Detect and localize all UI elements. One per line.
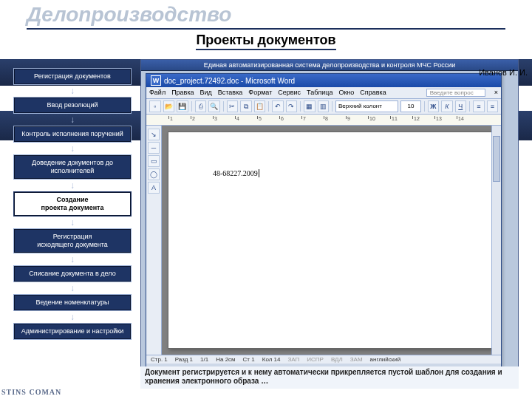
save-icon[interactable]: 💾	[177, 100, 188, 112]
sidebar-item-resolutions[interactable]: Ввод резолюций	[13, 97, 132, 114]
title-rule	[27, 28, 505, 30]
menu-file[interactable]: Файл	[149, 89, 166, 97]
menu-view[interactable]: Вид	[200, 89, 212, 97]
word-toolbar: ▫ 📂 💾 ⎙ 🔍 ✂ ⧉ 📋 ↶ ↷ ▦ ▥ Верхний колонт 1…	[146, 99, 501, 115]
menu-format[interactable]: Формат	[248, 89, 272, 97]
status-section: Разд 1	[175, 356, 193, 363]
word-icon: W	[151, 75, 161, 86]
scrollbar-thumb[interactable]	[493, 136, 500, 182]
underline-button[interactable]: Ч	[455, 100, 467, 112]
document-text: 48-68227.2009	[213, 169, 259, 177]
caption-text: Документ регистрируется и к нему автомат…	[140, 366, 519, 389]
vertical-scrollbar[interactable]	[491, 126, 501, 355]
menu-insert[interactable]: Вставка	[218, 89, 242, 97]
sidebar-item-nomenclature[interactable]: Ведение номенклатуры	[13, 294, 132, 311]
word-window: W doc_project.72492.doc - Microsoft Word…	[146, 73, 502, 367]
page-title: Делопроизводство	[0, 0, 532, 27]
status-trk: ИСПР	[307, 356, 324, 363]
italic-button[interactable]: К	[441, 100, 453, 112]
open-icon[interactable]: 📂	[163, 100, 175, 112]
redo-icon[interactable]: ↷	[286, 100, 298, 112]
menu-window[interactable]: Окно	[338, 89, 354, 97]
preview-icon[interactable]: 🔍	[208, 100, 220, 112]
horizontal-ruler[interactable]: 1 2 3 4 5 6 7 8 9 10 11 12 13 14	[146, 115, 501, 126]
word-menubar: Файл Правка Вид Вставка Формат Сервис Та…	[146, 87, 501, 99]
user-label: Иванов И. И.	[479, 68, 528, 77]
sidebar-item-file[interactable]: Списание документа в дело	[13, 265, 132, 282]
arrow-down-icon: ↓	[13, 282, 132, 294]
menu-table[interactable]: Таблица	[307, 89, 332, 97]
word-title: doc_project.72492.doc - Microsoft Word	[164, 77, 295, 85]
arrow-down-icon: ↓	[13, 85, 132, 97]
status-col: Кол 14	[262, 356, 281, 363]
word-titlebar: W doc_project.72492.doc - Microsoft Word	[146, 74, 501, 87]
arrow-down-icon: ↓	[13, 114, 132, 126]
style-selector[interactable]: Верхний колонт	[335, 100, 398, 112]
vertical-toolbar: ↘ ─ ▭ ◯ A	[146, 126, 162, 355]
print-icon[interactable]: ⎙	[195, 100, 207, 112]
align-left-icon[interactable]: ≡	[473, 100, 485, 112]
undo-icon[interactable]: ↶	[272, 100, 284, 112]
footer-logo: STINS COMAN	[1, 388, 61, 396]
sidebar-item-control[interactable]: Контроль исполнения поручений	[13, 126, 132, 143]
document-area: ↘ ─ ▭ ◯ A 48-68227.2009	[146, 126, 501, 355]
status-ovr: ЗАМ	[350, 356, 363, 363]
draw-arrow-icon[interactable]: ↘	[148, 129, 160, 140]
sidebar-item-register[interactable]: Регистрация документов	[13, 68, 132, 85]
workflow-sidebar: Регистрация документов ↓ Ввод резолюций …	[13, 68, 132, 340]
sidebar-item-register-outgoing[interactable]: Регистрация исходящего документа	[13, 228, 132, 253]
slide-caption: Документ регистрируется и к нему автомат…	[140, 366, 519, 389]
status-at: На 2см	[216, 356, 235, 363]
table-icon[interactable]: ▦	[304, 100, 316, 112]
menu-help[interactable]: Справка	[360, 89, 386, 97]
status-rec: ЗАП	[287, 356, 299, 363]
arrow-down-icon: ↓	[13, 311, 132, 323]
paste-icon[interactable]: 📋	[254, 100, 266, 112]
arrow-down-icon: ↓	[13, 253, 132, 265]
status-ext: ВДЛ	[331, 356, 343, 363]
system-header: Единая автоматизированная система делопр…	[141, 60, 518, 71]
draw-text-icon[interactable]: A	[148, 182, 160, 194]
draw-line-icon[interactable]: ─	[148, 142, 160, 154]
help-question-input[interactable]: Введите вопрос	[426, 89, 485, 97]
sidebar-item-create-project[interactable]: Создание проекта документа	[13, 191, 132, 216]
draw-rect-icon[interactable]: ▭	[148, 155, 160, 167]
copy-icon[interactable]: ⧉	[240, 100, 252, 112]
arrow-down-icon: ↓	[13, 216, 132, 228]
menu-tools[interactable]: Сервис	[278, 89, 301, 97]
status-lang: английский	[370, 356, 401, 363]
new-doc-icon[interactable]: ▫	[149, 100, 161, 112]
status-pages: 1/1	[200, 356, 208, 363]
status-line: Ст 1	[243, 356, 255, 363]
menu-edit[interactable]: Правка	[171, 89, 194, 97]
word-statusbar: Стр. 1 Разд 1 1/1 На 2см Ст 1 Кол 14 ЗАП…	[146, 355, 501, 364]
app-window: Единая автоматизированная система делопр…	[140, 59, 519, 371]
arrow-down-icon: ↓	[13, 143, 132, 154]
page-subtitle: Проекты документов	[196, 33, 335, 50]
align-center-icon[interactable]: ≡	[487, 100, 499, 112]
bold-button[interactable]: Ж	[428, 100, 440, 112]
status-page: Стр. 1	[151, 356, 168, 363]
document-page[interactable]: 48-68227.2009	[168, 132, 495, 349]
cut-icon[interactable]: ✂	[227, 100, 239, 112]
sidebar-item-admin[interactable]: Администрирование и настройки	[13, 323, 132, 340]
arrow-down-icon: ↓	[13, 180, 132, 191]
close-menu-icon[interactable]: ×	[494, 89, 498, 97]
draw-oval-icon[interactable]: ◯	[148, 168, 160, 180]
sidebar-item-deliver[interactable]: Доведение документов до исполнителей	[13, 154, 132, 180]
font-size-selector[interactable]: 10	[400, 100, 420, 112]
columns-icon[interactable]: ▥	[318, 100, 330, 112]
